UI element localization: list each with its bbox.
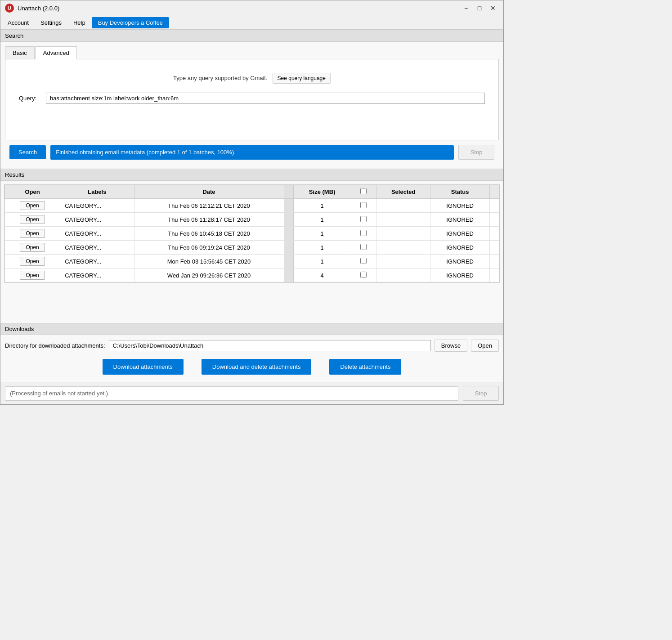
selected-label-cell: [376, 269, 430, 282]
col-status: Status: [430, 185, 490, 199]
sep-cell: [284, 241, 293, 255]
size-cell: 1: [293, 227, 351, 241]
tab-basic[interactable]: Basic: [5, 46, 35, 59]
selected-cell[interactable]: [351, 227, 376, 241]
col-open: Open: [5, 185, 60, 199]
dir-input[interactable]: [109, 340, 431, 351]
app-title: Unattach (2.0.0): [18, 5, 59, 12]
open-email-button-3[interactable]: Open: [20, 243, 45, 252]
download-stop-button[interactable]: Stop: [463, 386, 499, 401]
selected-cell[interactable]: [351, 213, 376, 227]
size-cell: 1: [293, 255, 351, 269]
close-button[interactable]: ✕: [487, 3, 499, 13]
status-text: (Processing of emails not started yet.): [10, 390, 108, 397]
search-section-header: Search: [0, 30, 503, 42]
size-cell: 1: [293, 241, 351, 255]
sep-cell: [284, 255, 293, 269]
directory-row: Directory for downloaded attachments: Br…: [0, 335, 503, 356]
open-email-button-4[interactable]: Open: [20, 257, 45, 266]
date-cell: Thu Feb 06 09:19:24 CET 2020: [134, 241, 284, 255]
date-cell: Mon Feb 03 15:56:45 CET 2020: [134, 255, 284, 269]
window-controls: − □ ✕: [460, 3, 499, 13]
date-cell: Thu Feb 06 10:45:18 CET 2020: [134, 227, 284, 241]
browse-button[interactable]: Browse: [435, 340, 467, 352]
minimize-button[interactable]: −: [460, 3, 472, 13]
col-selected-label: Selected: [376, 185, 430, 199]
advanced-tab-content: Type any query supported by Gmail. See q…: [5, 59, 499, 140]
query-row: Query:: [14, 93, 489, 104]
table-row: Open CATEGORY... Thu Feb 06 09:19:24 CET…: [5, 241, 499, 255]
delete-attachments-button[interactable]: Delete attachments: [329, 359, 401, 375]
sep-cell: [284, 213, 293, 227]
col-separator: [284, 185, 293, 199]
open-email-button-1[interactable]: Open: [20, 215, 45, 224]
status-cell: IGNORED: [430, 199, 490, 213]
table-row: Open CATEGORY... Thu Feb 06 10:45:18 CET…: [5, 227, 499, 241]
row-checkbox-4[interactable]: [360, 258, 367, 264]
search-stop-button[interactable]: Stop: [458, 145, 494, 160]
select-all-checkbox[interactable]: [360, 188, 367, 194]
app-icon-letter: U: [8, 5, 11, 11]
title-bar: U Unattach (2.0.0) − □ ✕: [0, 0, 503, 16]
labels-cell: CATEGORY...: [60, 255, 134, 269]
open-email-button-0[interactable]: Open: [20, 201, 45, 210]
menu-settings[interactable]: Settings: [35, 17, 67, 28]
labels-cell: CATEGORY...: [60, 269, 134, 282]
search-progress-bar: Finished obtaining email metadata (compl…: [50, 145, 454, 160]
results-table: Open Labels Date Size (MB) Selected Stat…: [4, 185, 499, 282]
selected-cell[interactable]: [351, 255, 376, 269]
size-cell: 4: [293, 269, 351, 282]
open-email-button-5[interactable]: Open: [20, 271, 45, 280]
search-button[interactable]: Search: [9, 145, 46, 159]
table-row: Open CATEGORY... Mon Feb 03 15:56:45 CET…: [5, 255, 499, 269]
results-section-header: Results: [0, 169, 503, 181]
table-row: Open CATEGORY... Thu Feb 06 11:28:17 CET…: [5, 213, 499, 227]
status-progress: (Processing of emails not started yet.): [5, 386, 458, 401]
labels-cell: CATEGORY...: [60, 213, 134, 227]
sep-cell: [284, 227, 293, 241]
size-cell: 1: [293, 199, 351, 213]
search-progress-text: Finished obtaining email metadata (compl…: [56, 149, 236, 156]
table-header: Open Labels Date Size (MB) Selected Stat…: [5, 185, 499, 199]
selected-cell[interactable]: [351, 269, 376, 282]
menu-buy-coffee[interactable]: Buy Developers a Coffee: [92, 17, 169, 28]
dir-label: Directory for downloaded attachments:: [5, 342, 105, 349]
labels-cell: CATEGORY...: [60, 227, 134, 241]
row-checkbox-3[interactable]: [360, 244, 367, 250]
query-hint: Type any query supported by Gmail. See q…: [14, 73, 489, 84]
selected-label-cell: [376, 199, 430, 213]
open-email-button-2[interactable]: Open: [20, 229, 45, 238]
download-delete-attachments-button[interactable]: Download and delete attachments: [202, 359, 312, 375]
tab-advanced[interactable]: Advanced: [36, 46, 77, 59]
results-table-container[interactable]: Open Labels Date Size (MB) Selected Stat…: [4, 184, 500, 283]
col-date: Date: [134, 185, 284, 199]
status-cell: IGNORED: [430, 269, 490, 282]
row-checkbox-2[interactable]: [360, 230, 367, 236]
menu-help[interactable]: Help: [68, 17, 91, 28]
status-cell: IGNORED: [430, 255, 490, 269]
selected-label-cell: [376, 227, 430, 241]
size-cell: 1: [293, 213, 351, 227]
date-cell: Thu Feb 06 11:28:17 CET 2020: [134, 213, 284, 227]
row-checkbox-5[interactable]: [360, 272, 367, 278]
download-attachments-button[interactable]: Download attachments: [103, 359, 184, 375]
query-input[interactable]: [46, 93, 485, 104]
see-query-language-button[interactable]: See query language: [273, 73, 331, 84]
sep-cell: [284, 199, 293, 213]
open-dir-button[interactable]: Open: [471, 340, 499, 352]
selected-label-cell: [376, 255, 430, 269]
date-cell: Wed Jan 29 09:26:36 CET 2020: [134, 269, 284, 282]
row-checkbox-1[interactable]: [360, 216, 367, 222]
labels-cell: CATEGORY...: [60, 199, 134, 213]
selected-cell[interactable]: [351, 199, 376, 213]
selected-label-cell: [376, 213, 430, 227]
row-checkbox-0[interactable]: [360, 202, 367, 208]
maximize-button[interactable]: □: [474, 3, 485, 13]
menu-bar: Account Settings Help Buy Developers a C…: [0, 16, 503, 30]
selected-cell[interactable]: [351, 241, 376, 255]
downloads-section: Directory for downloaded attachments: Br…: [0, 335, 503, 382]
menu-account[interactable]: Account: [2, 17, 34, 28]
query-hint-text: Type any query supported by Gmail.: [173, 75, 267, 81]
status-bar: (Processing of emails not started yet.) …: [0, 382, 503, 404]
table-row: Open CATEGORY... Wed Jan 29 09:26:36 CET…: [5, 269, 499, 282]
